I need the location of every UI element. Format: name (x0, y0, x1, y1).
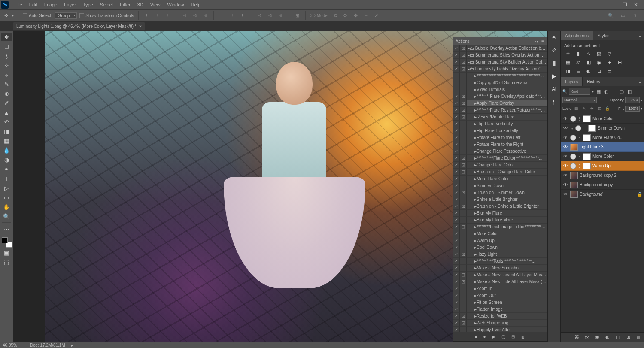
action-item[interactable]: ✓▸**********Tools*****************... (453, 258, 547, 265)
blend-mode-dropdown[interactable]: Normal (562, 97, 597, 103)
action-item[interactable]: ✓⊡▸Brush on - Change Flare Color (453, 169, 547, 176)
adj-exposure-icon[interactable]: ▨ (595, 50, 603, 57)
opacity-input[interactable] (625, 97, 640, 103)
lock-transparent-icon[interactable]: ▦ (574, 106, 580, 112)
filter-type-icon[interactable]: T (611, 88, 617, 94)
adj-channelmix-icon[interactable]: ⊞ (605, 59, 613, 66)
show-transform-checkbox[interactable]: Show Transform Controls (79, 13, 134, 18)
action-item[interactable]: ✓▸Simmer Down (453, 182, 547, 189)
edit-toolbar-icon[interactable]: ⋯ (1, 224, 12, 233)
new-group-icon[interactable]: ▢ (615, 334, 621, 340)
close-button[interactable]: ✕ (633, 2, 639, 8)
menu-help[interactable]: Help (188, 0, 204, 9)
action-item[interactable]: ✓▸Warm Up (453, 237, 547, 244)
move-tool-icon[interactable]: ✥ (3, 12, 9, 19)
layers-menu-icon[interactable]: ≡ (636, 79, 644, 84)
action-item[interactable]: ✓⊡▸Change Flare Color (453, 162, 547, 169)
layer-row[interactable]: 👁⋮More Flare Co... (561, 133, 644, 142)
action-item[interactable]: ✓⊡▸Make a New Hide All Layer Mask (Black… (453, 278, 547, 285)
layer-row[interactable]: 👁↳⋮Simmer Down (561, 124, 644, 133)
action-item[interactable]: ✓▸Flip Flare Vertically (453, 121, 547, 127)
layer-row[interactable]: 👁Background copy (561, 180, 644, 190)
visibility-icon[interactable]: 👁 (562, 135, 568, 140)
filter-smart-icon[interactable]: ◧ (626, 88, 632, 94)
history-tab[interactable]: History (583, 77, 605, 86)
action-item[interactable]: ✓▸Fit on Screen (453, 299, 547, 306)
collapsed-brush-icon[interactable]: ✐ (550, 45, 559, 55)
action-set[interactable]: ✓⊡▸🗀 Luminosity Lights Overlay Action Co… (453, 66, 547, 73)
adj-bw-icon[interactable]: ◧ (585, 59, 592, 66)
action-item[interactable]: ✓▸Make a New Snapshot (453, 265, 547, 272)
action-item[interactable]: ✓▸Happily Ever After (453, 327, 547, 332)
filter-adj-icon[interactable]: ◐ (603, 88, 609, 94)
menu-edit[interactable]: Edit (26, 0, 41, 9)
auto-align-icon[interactable]: ⊞ (293, 12, 301, 19)
screenmode-icon[interactable]: ⬚ (1, 258, 12, 266)
action-play-icon[interactable]: ▶ (492, 334, 495, 339)
link-layers-icon[interactable]: ⌘ (574, 334, 580, 340)
crop-tool[interactable]: ⟐ (1, 70, 12, 79)
action-item[interactable]: ✓⊡▸Resize/Rotate Flare (453, 114, 547, 121)
action-set[interactable]: ✓⊡▸🗀 Summerana Sky Builder Action Collec… (453, 59, 547, 66)
play-action-icon[interactable]: ▶ (550, 71, 559, 81)
maximize-button[interactable]: ❐ (622, 2, 628, 8)
actions-list[interactable]: ✓⊡▸🗀 Bubble Overlay Action Collection by… (453, 45, 547, 332)
adj-colorbal-icon[interactable]: ⚖ (574, 59, 582, 66)
action-record-icon[interactable]: ● (483, 334, 486, 339)
collapsed-char-icon[interactable]: A| (550, 84, 559, 94)
adj-brightness-icon[interactable]: ☀ (564, 50, 572, 57)
adj-selective-icon[interactable]: ⊡ (595, 67, 603, 74)
distribute-icon-5[interactable]: ⫷ (266, 12, 274, 19)
visibility-icon[interactable]: 👁 (562, 173, 568, 178)
distribute-icon-1[interactable]: ⫶ (218, 12, 226, 19)
layer-row[interactable]: 👁⋮More Color (561, 114, 644, 124)
visibility-icon[interactable]: 👁 (562, 126, 568, 130)
collapsed-color-icon[interactable]: ☀ (550, 33, 559, 42)
distribute-icon-2[interactable]: ⫶ (228, 12, 236, 19)
action-delete-icon[interactable]: 🗑 (521, 334, 525, 339)
hand-tool[interactable]: ✋ (1, 203, 12, 211)
blur-tool[interactable]: 💧 (1, 146, 12, 154)
foreground-color[interactable] (2, 237, 8, 243)
action-item[interactable]: ✓⊡▸Resize for WEB (453, 313, 547, 320)
styles-tab[interactable]: Styles (593, 31, 614, 40)
fill-input[interactable] (625, 106, 640, 112)
align-left-icon[interactable]: ⫷ (181, 12, 188, 19)
brush-tool[interactable]: ✐ (1, 99, 12, 107)
action-item[interactable]: ▸Copyright© of Summerana (453, 79, 547, 86)
visibility-icon[interactable]: 👁 (562, 192, 568, 197)
panel-menu-icon[interactable]: ≡ (636, 33, 644, 38)
filter-pixel-icon[interactable]: ▦ (595, 88, 601, 94)
action-item[interactable]: ✓▸More Color (453, 230, 547, 237)
collapsed-para-icon[interactable]: ¶ (550, 97, 559, 106)
adj-hue-icon[interactable]: ▦ (564, 59, 572, 66)
layer-row[interactable]: 👁Background🔒 (561, 190, 644, 199)
action-new-icon[interactable]: ⊞ (511, 334, 515, 339)
layer-row[interactable]: 👁⋮More Color (561, 152, 644, 161)
adj-photofilter-icon[interactable]: ◉ (595, 59, 603, 66)
adj-gradient-icon[interactable]: ▭ (605, 67, 613, 74)
panel-collapse-icon[interactable]: ▸▸ (535, 39, 539, 44)
action-item[interactable]: ✓▸Rotate Flare to the Left (453, 134, 547, 141)
lasso-tool[interactable]: ⟆ (1, 51, 12, 60)
collapsed-histogram-icon[interactable]: ▮ (550, 58, 559, 68)
eraser-tool[interactable]: ◨ (1, 127, 12, 136)
layer-row[interactable]: 👁Background copy 2 (561, 171, 644, 180)
layer-row[interactable]: 👁⋮Warm Up (561, 161, 644, 171)
zoom-tool[interactable]: 🔍 (1, 212, 12, 221)
action-item[interactable]: ✓▸Flatten Image (453, 306, 547, 313)
pen-tool[interactable]: ✒ (1, 165, 12, 173)
action-item[interactable]: ✓▸Rotate Flare to the Right (453, 141, 547, 148)
action-item[interactable]: ✓⊡▸Brush on - Shine a Little Brighter (453, 203, 547, 210)
action-item[interactable]: ✓⊡▸Brush on - Simmer Down (453, 189, 547, 196)
layers-tab[interactable]: Layers (561, 77, 583, 86)
visibility-icon[interactable]: 👁 (562, 163, 568, 168)
tab-close-icon[interactable]: × (139, 24, 142, 29)
quickmask-icon[interactable]: ▣ (1, 248, 12, 257)
align-vcenter-icon[interactable]: ⫶ (153, 12, 161, 19)
action-item[interactable]: ✓⊡▸Hazy Light (453, 251, 547, 258)
menu-filter[interactable]: Filter (116, 0, 134, 9)
shape-tool[interactable]: ▭ (1, 193, 12, 202)
lock-artboard-icon[interactable]: ⊡ (597, 106, 603, 112)
zoom-level[interactable]: 46.35% (3, 343, 24, 348)
